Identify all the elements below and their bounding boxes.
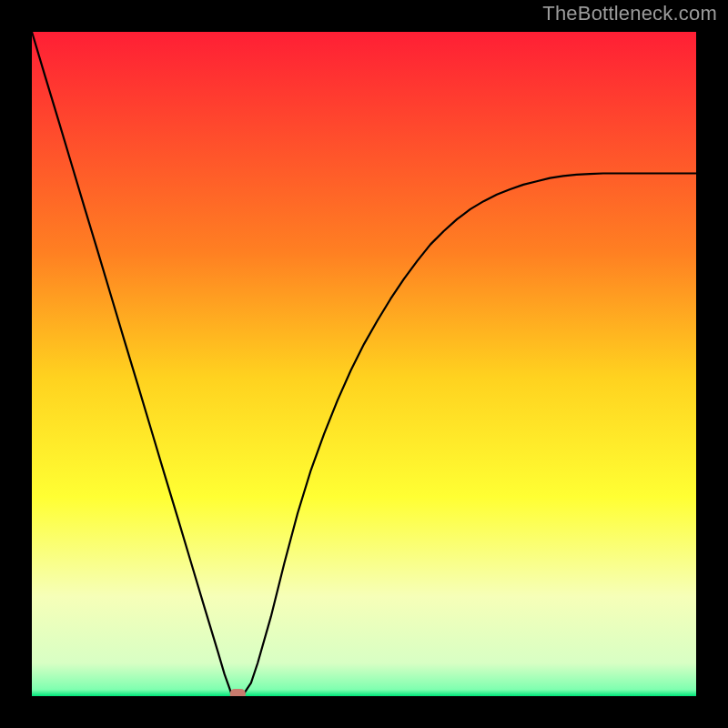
watermark-text: TheBottleneck.com xyxy=(542,2,717,25)
svg-rect-0 xyxy=(230,689,246,696)
chart-frame: TheBottleneck.com xyxy=(0,0,728,728)
optimal-point-marker xyxy=(230,689,246,696)
plot-area xyxy=(32,32,696,696)
chart-svg xyxy=(32,32,696,696)
